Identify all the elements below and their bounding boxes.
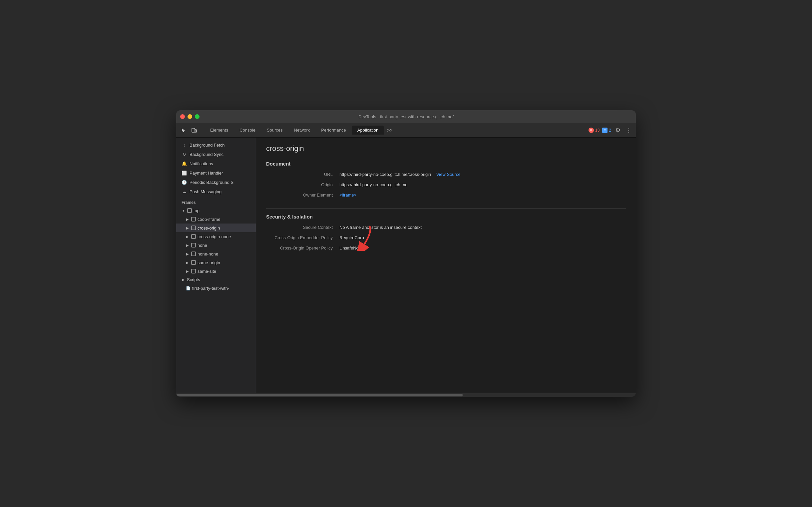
view-source-link[interactable]: View Source [436, 172, 461, 177]
sidebar-item-notifications[interactable]: 🔔 Notifications [176, 159, 256, 168]
coep-label: Cross-Origin Embedder Policy [266, 235, 339, 240]
main-content: ↕ Background Fetch ↻ Background Sync 🔔 N… [176, 137, 636, 393]
error-badge[interactable]: ✕ 13 [588, 127, 599, 133]
frame-none[interactable]: ▶ none [176, 241, 256, 249]
error-icon: ✕ [588, 127, 594, 133]
sidebar-item-label: Notifications [189, 161, 213, 166]
coop-label: Cross-Origin Opener Policy [266, 245, 339, 250]
url-value: https://third-party-no-coep.glitch.me/cr… [339, 172, 461, 177]
expand-arrow-same-site: ▶ [185, 269, 189, 273]
sidebar-item-background-sync[interactable]: ↻ Background Sync [176, 150, 256, 159]
frame-coop-iframe[interactable]: ▶ coop-iframe [176, 215, 256, 224]
frame-icon-same-origin [191, 260, 196, 265]
script-file-icon: 📄 [185, 285, 191, 291]
tab-console[interactable]: Console [234, 126, 261, 134]
device-toggle-icon[interactable] [189, 126, 199, 135]
owner-element-row: Owner Element <iframe> [266, 192, 626, 198]
svg-rect-9 [191, 269, 195, 273]
expand-arrow-coop-iframe: ▶ [185, 217, 189, 221]
minimize-button[interactable] [187, 114, 192, 119]
owner-element-label: Owner Element [266, 192, 339, 198]
more-tabs-button[interactable]: >> [384, 126, 395, 134]
frame-icon-cross-origin-none [191, 234, 196, 239]
sidebar: ↕ Background Fetch ↻ Background Sync 🔔 N… [176, 137, 256, 393]
script-first-party[interactable]: 📄 first-party-test-with- [176, 284, 256, 292]
expand-arrow-cross-origin-none: ▶ [185, 234, 189, 238]
frame-cross-origin-none[interactable]: ▶ cross-origin-none [176, 232, 256, 241]
sidebar-item-label: Background Sync [189, 152, 224, 157]
svg-rect-7 [191, 252, 195, 256]
scripts-section[interactable]: ▶ Scripts [176, 276, 256, 284]
coep-value: RequireCorp [339, 235, 364, 240]
notifications-icon: 🔔 [181, 161, 187, 166]
secure-context-value: No A frame ancestor is an insecure conte… [339, 225, 422, 230]
expand-arrow-scripts: ▶ [181, 278, 185, 282]
expand-arrow-top: ▼ [181, 209, 185, 213]
tab-performance[interactable]: Performance [316, 126, 351, 134]
security-section: Security & Isolation Secure Context No A… [266, 214, 626, 250]
sidebar-item-periodic-background-sync[interactable]: 🕐 Periodic Background S [176, 177, 256, 187]
tab-elements[interactable]: Elements [205, 126, 233, 134]
periodic-background-sync-icon: 🕐 [181, 179, 187, 185]
background-sync-icon: ↻ [181, 152, 187, 157]
sidebar-item-label: Push Messaging [189, 189, 222, 194]
devtools-window: DevTools - first-party-test-with-resourc… [176, 110, 636, 397]
toolbar: Elements Console Sources Network Perform… [176, 123, 636, 137]
owner-element-value[interactable]: <iframe> [339, 192, 356, 198]
cursor-icon[interactable] [179, 126, 188, 135]
sidebar-item-label: Periodic Background S [189, 180, 233, 185]
svg-rect-2 [187, 209, 191, 213]
url-label: URL [266, 172, 339, 177]
main-panel: cross-origin Document URL https://third-… [256, 137, 636, 393]
frame-label-coop-iframe: coop-iframe [197, 217, 221, 222]
section-divider [266, 208, 626, 209]
more-options-button[interactable]: ⋮ [625, 125, 633, 135]
sidebar-item-background-fetch[interactable]: ↕ Background Fetch [176, 140, 256, 150]
traffic-lights [180, 114, 199, 119]
svg-rect-8 [191, 261, 195, 265]
window-title: DevTools - first-party-test-with-resourc… [358, 114, 454, 119]
origin-row: Origin https://third-party-no-coep.glitc… [266, 182, 626, 187]
frame-icon-none [191, 242, 196, 248]
frame-none-none[interactable]: ▶ none-none [176, 249, 256, 258]
svg-rect-3 [191, 217, 195, 221]
frame-label-none: none [197, 243, 207, 248]
payment-handler-icon: ⬜ [181, 170, 187, 176]
frame-icon-same-site [191, 269, 196, 274]
maximize-button[interactable] [195, 114, 199, 119]
toolbar-right: ✕ 13 ≡ 2 ⚙ ⋮ [588, 125, 633, 135]
frame-label-none-none: none-none [197, 251, 218, 257]
scripts-label: Scripts [187, 277, 200, 282]
frame-same-origin[interactable]: ▶ same-origin [176, 258, 256, 267]
frame-top[interactable]: ▼ top [176, 206, 256, 215]
frame-same-site[interactable]: ▶ same-site [176, 267, 256, 276]
frame-icon-top [187, 208, 192, 213]
svg-rect-6 [191, 243, 195, 247]
horizontal-scrollbar[interactable] [176, 393, 636, 397]
svg-rect-5 [191, 234, 195, 238]
origin-label: Origin [266, 182, 339, 187]
tab-network[interactable]: Network [289, 126, 315, 134]
secure-context-label: Secure Context [266, 225, 339, 230]
error-count: 13 [595, 128, 599, 132]
security-section-title: Security & Isolation [266, 214, 626, 220]
scrollbar-thumb[interactable] [176, 394, 463, 396]
tab-application[interactable]: Application [352, 126, 384, 134]
coop-value: UnsafeNone [339, 245, 363, 250]
close-button[interactable] [180, 114, 185, 119]
sidebar-item-label: Payment Handler [189, 171, 223, 176]
expand-arrow-same-origin: ▶ [185, 261, 189, 265]
tab-sources[interactable]: Sources [262, 126, 288, 134]
settings-button[interactable]: ⚙ [614, 125, 622, 135]
warning-badge[interactable]: ≡ 2 [602, 127, 611, 133]
title-bar: DevTools - first-party-test-with-resourc… [176, 110, 636, 123]
frame-label-top: top [193, 208, 199, 213]
script-label-first-party: first-party-test-with- [192, 286, 229, 291]
svg-rect-0 [192, 128, 195, 132]
sidebar-item-payment-handler[interactable]: ⬜ Payment Handler [176, 168, 256, 177]
push-messaging-icon: ☁ [181, 189, 187, 194]
expand-arrow-none-none: ▶ [185, 252, 189, 256]
frame-cross-origin[interactable]: ▶ cross-origin [176, 224, 256, 232]
sidebar-item-push-messaging[interactable]: ☁ Push Messaging [176, 187, 256, 196]
frame-label-cross-origin-none: cross-origin-none [197, 234, 231, 239]
